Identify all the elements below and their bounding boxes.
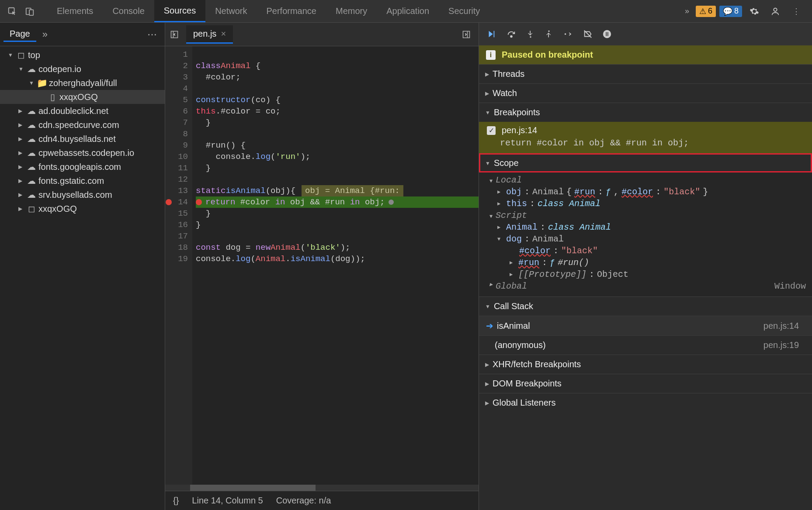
svg-rect-6 <box>494 31 495 38</box>
section-threads[interactable]: Threads <box>479 64 812 83</box>
current-frame-icon: ➔ <box>486 320 493 331</box>
editor-panel: pen.js × 12345678910111213141516171819 c… <box>165 23 479 510</box>
tab-network[interactable]: Network <box>205 0 257 22</box>
more-vert-icon[interactable]: ⋮ <box>789 4 803 18</box>
coverage-status: Coverage: n/a <box>276 496 331 506</box>
file-tab[interactable]: pen.js × <box>186 25 233 44</box>
scope-var-dog-color[interactable]: #color: "black" <box>485 245 812 257</box>
step-over-icon[interactable] <box>506 29 517 39</box>
callstack-frame[interactable]: (anonymous)pen.js:19 <box>479 335 812 355</box>
cloud-icon: ☁ <box>27 134 36 144</box>
info-icon: i <box>486 50 496 60</box>
step-icon[interactable] <box>563 29 573 39</box>
tree-item[interactable]: ☁cpwebassets.codepen.io <box>0 146 165 160</box>
navigator-tab-page[interactable]: Page <box>3 27 36 42</box>
tree-item[interactable]: ◻top <box>0 48 165 62</box>
breakpoint-code: return #color in obj && #run in obj; <box>500 138 806 148</box>
tree-item[interactable]: ☁fonts.gstatic.com <box>0 174 165 188</box>
scope-var-dog-run[interactable]: #run: ƒ #run() <box>485 257 812 269</box>
tree-item[interactable]: ☁srv.buysellads.com <box>0 188 165 202</box>
paused-banner: i Paused on breakpoint <box>479 45 812 64</box>
file-tree: ◻top☁codepen.io📁zoherghadyali/full▯xxqxO… <box>0 46 165 510</box>
cloud-icon: ☁ <box>27 106 36 116</box>
toggle-debugger-icon[interactable] <box>457 30 476 39</box>
svg-point-11 <box>603 30 611 38</box>
section-callstack[interactable]: Call Stack <box>479 296 812 316</box>
svg-point-3 <box>774 8 777 11</box>
section-breakpoints[interactable]: Breakpoints <box>479 103 812 122</box>
message-count-badge[interactable]: 💬8 <box>719 6 742 17</box>
scope-local-label[interactable]: Local <box>485 174 812 186</box>
window-icon: ◻ <box>17 50 25 60</box>
devtools-tabs-bar: ElementsConsoleSourcesNetworkPerformance… <box>0 0 812 23</box>
callstack-frame[interactable]: ➔isAnimalpen.js:14 <box>479 316 812 335</box>
svg-point-7 <box>510 36 512 38</box>
step-into-icon[interactable] <box>526 29 535 39</box>
device-toggle-icon[interactable] <box>23 4 37 18</box>
horizontal-scrollbar[interactable] <box>165 485 479 491</box>
code-area[interactable]: class Animal { #color; constructor(co) {… <box>192 46 479 485</box>
account-icon[interactable] <box>768 4 782 18</box>
tree-item[interactable]: ▯xxqxOGQ <box>0 90 165 104</box>
inspect-element-icon[interactable] <box>5 4 19 18</box>
section-watch[interactable]: Watch <box>479 83 812 103</box>
breakpoint-checkbox[interactable]: ✓ <box>487 126 496 135</box>
warning-count-badge[interactable]: ⚠6 <box>696 6 716 17</box>
tab-performance[interactable]: Performance <box>257 0 326 22</box>
scope-body: Local obj: Animal {#run: ƒ, #color: "bla… <box>479 172 812 296</box>
settings-gear-icon[interactable] <box>747 4 761 18</box>
tabs-overflow-icon[interactable]: » <box>680 4 694 18</box>
pretty-print-icon[interactable]: {} <box>173 496 179 506</box>
section-xhr-breakpoints[interactable]: XHR/fetch Breakpoints <box>479 355 812 374</box>
scope-var-animal[interactable]: Animal: class Animal <box>485 221 812 233</box>
section-global-listeners[interactable]: Global Listeners <box>479 393 812 412</box>
cloud-icon: ☁ <box>27 148 36 158</box>
scope-script-label[interactable]: Script <box>485 210 812 221</box>
tab-elements[interactable]: Elements <box>47 0 103 22</box>
cursor-position: Line 14, Column 5 <box>192 496 263 506</box>
folder-icon: 📁 <box>38 78 46 88</box>
breakpoint-marker[interactable] <box>166 199 172 205</box>
step-out-icon[interactable] <box>545 29 553 39</box>
tab-application[interactable]: Application <box>377 0 439 22</box>
cloud-icon: ☁ <box>27 120 36 130</box>
debugger-panel: i Paused on breakpoint Threads Watch Bre… <box>479 23 812 510</box>
file-tab-name: pen.js <box>193 29 216 39</box>
tree-item[interactable]: ◻xxqxOGQ <box>0 202 165 216</box>
scope-var-obj[interactable]: obj: Animal {#run: ƒ, #color: "black"} <box>485 186 812 198</box>
svg-point-9 <box>548 31 549 32</box>
tree-item[interactable]: ☁fonts.googleapis.com <box>0 160 165 174</box>
scope-global-label[interactable]: GlobalWindow <box>485 280 812 292</box>
navigator-more-icon[interactable]: ⋯ <box>143 29 161 40</box>
section-dom-breakpoints[interactable]: DOM Breakpoints <box>479 374 812 393</box>
close-tab-icon[interactable]: × <box>221 29 226 39</box>
navigator-panel: Page » ⋯ ◻top☁codepen.io📁zoherghadyali/f… <box>0 23 165 510</box>
cloud-icon: ☁ <box>27 190 36 200</box>
scope-var-dog[interactable]: dog: Animal <box>485 233 812 245</box>
tree-item[interactable]: 📁zoherghadyali/full <box>0 76 165 90</box>
svg-rect-13 <box>607 32 608 36</box>
toggle-navigator-icon[interactable] <box>168 30 181 39</box>
tab-sources[interactable]: Sources <box>154 0 205 22</box>
svg-point-8 <box>530 36 531 38</box>
tree-item[interactable]: ☁ad.doubleclick.net <box>0 104 165 118</box>
scope-var-dog-proto[interactable]: [[Prototype]]: Object <box>485 269 812 280</box>
svg-rect-12 <box>606 32 607 36</box>
deactivate-breakpoints-icon[interactable] <box>583 29 593 39</box>
pause-exceptions-icon[interactable] <box>602 29 612 39</box>
navigator-tabs-overflow[interactable]: » <box>36 29 54 40</box>
line-number-gutter[interactable]: 12345678910111213141516171819 <box>165 46 192 485</box>
tab-console[interactable]: Console <box>103 0 154 22</box>
tree-item[interactable]: ☁codepen.io <box>0 62 165 76</box>
tree-item[interactable]: ☁cdn4.buysellads.net <box>0 132 165 146</box>
section-scope[interactable]: Scope <box>479 153 812 172</box>
breakpoint-item[interactable]: ✓pen.js:14 return #color in obj && #run … <box>479 122 812 153</box>
cloud-icon: ☁ <box>27 162 36 172</box>
resume-icon[interactable] <box>486 29 496 39</box>
tab-memory[interactable]: Memory <box>326 0 377 22</box>
scope-var-this[interactable]: this: class Animal <box>485 198 812 210</box>
tab-security[interactable]: Security <box>439 0 489 22</box>
tree-item[interactable]: ☁cdn.speedcurve.com <box>0 118 165 132</box>
cloud-icon: ☁ <box>27 176 36 186</box>
cloud-icon: ☁ <box>27 64 36 74</box>
